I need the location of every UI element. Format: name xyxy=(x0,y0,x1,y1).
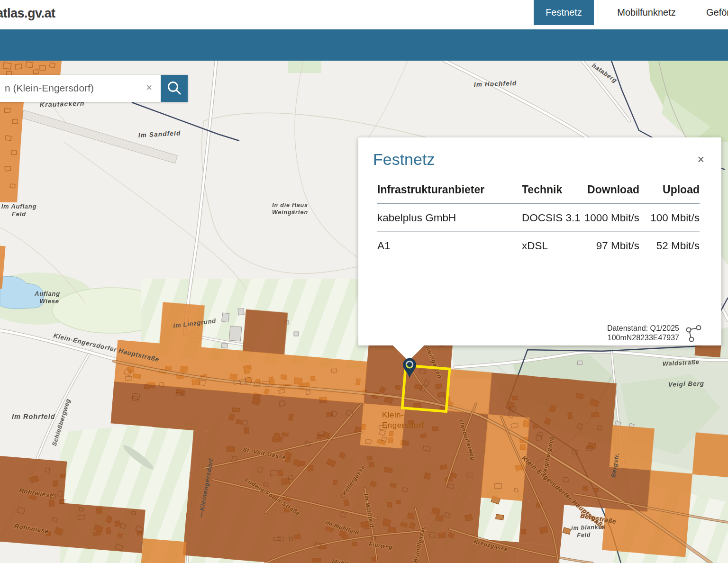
svg-text:Engersdorf: Engersdorf xyxy=(382,421,424,430)
svg-text:Im Hochfeld: Im Hochfeld xyxy=(474,80,517,88)
svg-text:Auflang: Auflang xyxy=(34,290,60,297)
svg-text:Veigl Berg: Veigl Berg xyxy=(668,380,705,388)
svg-text:Feld: Feld xyxy=(12,210,26,218)
svg-text:In die Haus: In die Haus xyxy=(272,202,308,209)
svg-text:Weingärten: Weingärten xyxy=(272,209,308,216)
svg-text:Im Auflang: Im Auflang xyxy=(1,203,37,210)
svg-text:Feld: Feld xyxy=(577,532,591,539)
svg-text:Im Rohrfeld: Im Rohrfeld xyxy=(12,413,55,420)
svg-text:Wiese: Wiese xyxy=(39,298,59,305)
svg-text:Klein-: Klein- xyxy=(382,410,404,419)
